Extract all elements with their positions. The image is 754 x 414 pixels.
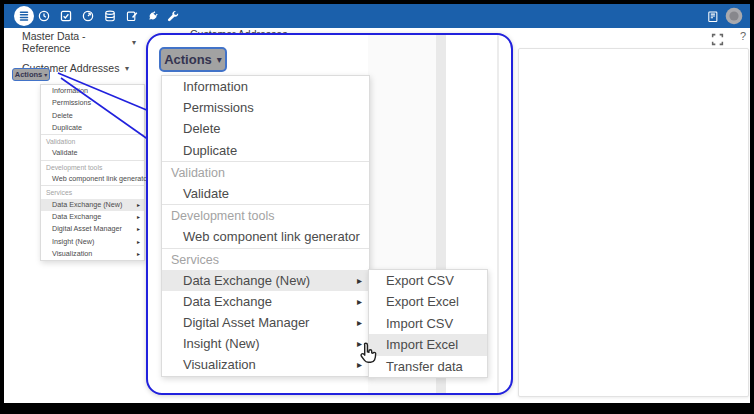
menu-item-digital-asset-manager[interactable]: Digital Asset Manager▸ — [162, 312, 369, 333]
menu-item-data-exchange-new[interactable]: Data Exchange (New)▸ — [162, 270, 369, 291]
submenu-item-label: Import CSV — [386, 316, 453, 331]
news-icon[interactable] — [706, 4, 720, 28]
submenu-arrow-icon: ▸ — [137, 236, 140, 248]
submenu-arrow-icon: ▸ — [137, 248, 140, 260]
list-logo-icon[interactable] — [10, 4, 38, 28]
menu-item-web-component-link-generator[interactable]: Web component link generator — [162, 226, 369, 247]
menu-item-label: Visualization — [52, 249, 92, 258]
submenu-item-export-excel[interactable]: Export Excel — [369, 291, 487, 312]
menu-item-label: Insight (New) — [183, 336, 260, 351]
submenu-item-label: Import Excel — [386, 337, 458, 352]
actions-button-label: Actions — [15, 70, 43, 79]
menu-item-label: Information — [52, 86, 88, 95]
submenu-arrow-icon: ▸ — [137, 199, 140, 211]
menu-item-duplicate[interactable]: Duplicate — [41, 122, 144, 134]
menu-section-header-services: Services — [162, 249, 369, 270]
menu-item-label: Data Exchange (New) — [183, 273, 310, 288]
menu-item-label: Web component link generator — [183, 229, 360, 244]
menu-item-permissions[interactable]: Permissions — [162, 97, 369, 118]
panel-edge-line — [497, 35, 499, 393]
chevron-down-icon: ▾ — [132, 38, 136, 47]
submenu-arrow-icon: ▸ — [137, 211, 140, 223]
menu-item-label: Validate — [52, 148, 77, 157]
menu-item-label: Visualization — [183, 357, 256, 372]
topbar — [4, 4, 750, 28]
menu-section-header-validation: Validation — [162, 162, 369, 183]
menu-item-visualization[interactable]: Visualization▸ — [41, 248, 144, 260]
menu-item-label: Data Exchange — [52, 212, 101, 221]
chevron-down-icon: ▾ — [217, 54, 222, 65]
dataset-select[interactable]: Master Data - Reference ▾ — [22, 35, 136, 49]
menu-item-delete[interactable]: Delete — [41, 110, 144, 122]
expand-icon[interactable] — [711, 32, 724, 45]
submenu-item-label: Transfer data — [386, 359, 463, 374]
menu-item-data-exchange-new[interactable]: Data Exchange (New)▸ — [41, 199, 144, 211]
content-panel — [518, 48, 749, 397]
gauge-icon[interactable] — [81, 4, 95, 28]
submenu-item-export-csv[interactable]: Export CSV — [369, 270, 487, 291]
submenu-arrow-icon: ▸ — [357, 270, 362, 291]
actions-button-label: Actions — [164, 52, 212, 67]
submenu-item-label: Export CSV — [386, 273, 454, 288]
submenu-arrow-icon: ▸ — [357, 354, 362, 375]
actions-button-large[interactable]: Actions ▾ — [159, 47, 227, 72]
menu-item-label: Information — [183, 79, 248, 94]
menu-item-label: Web component link generator — [52, 174, 150, 183]
menu-item-duplicate[interactable]: Duplicate — [162, 140, 369, 161]
menu-item-visualization[interactable]: Visualization▸ — [162, 354, 369, 375]
menu-item-label: Data Exchange (New) — [52, 200, 122, 209]
menu-item-validate[interactable]: Validate — [41, 147, 144, 159]
submenu-item-import-csv[interactable]: Import CSV — [369, 313, 487, 334]
app-window: Customer Addresses ? Master Data - Refer… — [4, 4, 750, 403]
menu-item-permissions[interactable]: Permissions — [41, 97, 144, 109]
clock-icon[interactable] — [37, 4, 51, 28]
help-icon[interactable]: ? — [737, 30, 749, 44]
chevron-down-icon: ▾ — [44, 71, 47, 78]
actions-menu-large: InformationPermissionsDeleteDuplicateVal… — [161, 75, 370, 377]
plug-icon[interactable] — [146, 4, 160, 28]
submenu-item-transfer-data[interactable]: Transfer data — [369, 356, 487, 377]
menu-item-label: Permissions — [183, 100, 254, 115]
menu-item-label: Validate — [183, 186, 229, 201]
menu-item-web-component-link-generator[interactable]: Web component link generator — [41, 173, 144, 185]
menu-item-data-exchange[interactable]: Data Exchange▸ — [41, 211, 144, 223]
menu-item-information[interactable]: Information — [41, 85, 144, 97]
menu-item-insight-new[interactable]: Insight (New)▸ — [41, 236, 144, 248]
menu-item-label: Digital Asset Manager — [52, 224, 122, 233]
menu-section-header-validation: Validation — [41, 135, 144, 147]
screenshot-frame: Customer Addresses ? Master Data - Refer… — [0, 0, 754, 414]
menu-item-delete[interactable]: Delete — [162, 118, 369, 139]
menu-item-information[interactable]: Information — [162, 76, 369, 97]
submenu-arrow-icon: ▸ — [357, 333, 362, 354]
dataset-select-label: Master Data - Reference — [22, 30, 132, 54]
data-exchange-submenu: Export CSVExport ExcelImport CSVImport E… — [368, 269, 488, 378]
menu-item-label: Delete — [52, 111, 73, 120]
submenu-item-label: Export Excel — [386, 294, 459, 309]
menu-item-validate[interactable]: Validate — [162, 183, 369, 204]
menu-item-label: Permissions — [52, 98, 91, 107]
menu-item-label: Digital Asset Manager — [183, 315, 309, 330]
wrench-icon[interactable] — [166, 4, 180, 28]
zoom-callout: Actions ▾ InformationPermissionsDeleteDu… — [146, 33, 513, 395]
submenu-arrow-icon: ▸ — [357, 312, 362, 333]
submenu-arrow-icon: ▸ — [137, 223, 140, 235]
chevron-down-icon: ▾ — [125, 64, 129, 73]
submenu-item-import-excel[interactable]: Import Excel — [369, 334, 487, 355]
form-edit-icon[interactable] — [125, 4, 139, 28]
submenu-arrow-icon: ▸ — [357, 291, 362, 312]
actions-button-small[interactable]: Actions ▾ — [12, 68, 50, 81]
check-square-icon[interactable] — [59, 4, 73, 28]
menu-item-label: Duplicate — [52, 123, 82, 132]
menu-item-label: Data Exchange — [183, 294, 272, 309]
menu-item-insight-new[interactable]: Insight (New)▸ — [162, 333, 369, 354]
menu-item-label: Insight (New) — [52, 237, 94, 246]
menu-section-header-services: Services — [41, 186, 144, 198]
menu-item-digital-asset-manager[interactable]: Digital Asset Manager▸ — [41, 223, 144, 235]
menu-item-label: Delete — [183, 121, 221, 136]
menu-section-header-development-tools: Development tools — [162, 205, 369, 226]
menu-item-data-exchange[interactable]: Data Exchange▸ — [162, 291, 369, 312]
menu-section-header-development-tools: Development tools — [41, 161, 144, 173]
menu-item-label: Duplicate — [183, 143, 237, 158]
database-icon[interactable] — [103, 4, 117, 28]
avatar[interactable] — [724, 4, 744, 28]
